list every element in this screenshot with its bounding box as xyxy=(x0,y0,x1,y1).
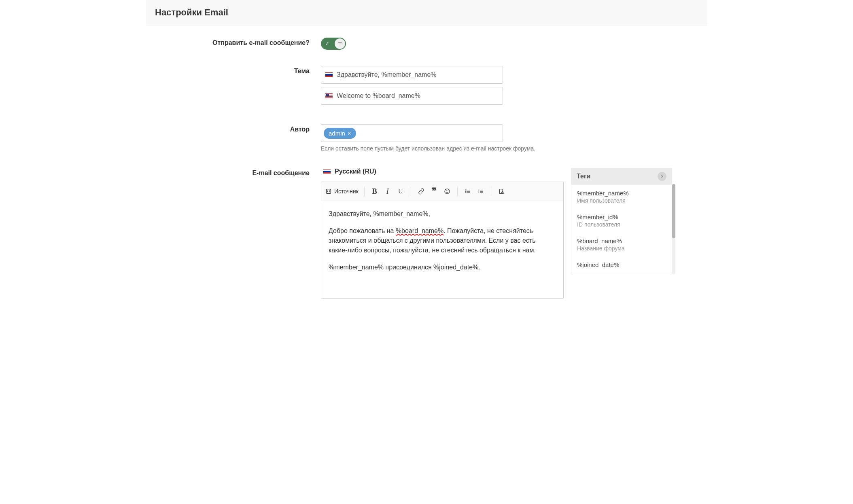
toolbar-link-button[interactable] xyxy=(415,185,427,197)
toolbar-source-label: Источник xyxy=(334,188,359,195)
tags-header[interactable]: Теги xyxy=(571,168,672,185)
toolbar-bold-button[interactable]: B xyxy=(369,185,381,197)
tag-key: %board_name% xyxy=(577,237,666,244)
toolbar-underline-button[interactable]: U xyxy=(395,185,407,197)
chevron-right-icon xyxy=(658,172,666,181)
editor-language-text: Русский (RU) xyxy=(335,168,376,175)
check-icon: ✓ xyxy=(325,40,329,47)
author-chip-text: admin xyxy=(329,130,345,137)
flag-ru-icon xyxy=(323,169,331,174)
toolbar-numbered-list-button[interactable]: 123 xyxy=(475,185,487,197)
section-header: Настройки Email xyxy=(146,0,707,25)
subject-input-en[interactable]: Welcome to %board_name% xyxy=(321,87,503,105)
section-title: Настройки Email xyxy=(155,7,698,18)
toolbar-separator xyxy=(491,186,491,196)
flag-ru-icon xyxy=(325,72,333,77)
label-send-email: Отправить e-mail сообщение? xyxy=(146,38,321,50)
svg-point-2 xyxy=(446,191,446,191)
tags-scrollbar[interactable] xyxy=(672,184,675,274)
editor-joined-para: %member_name% присоединился %joined_date… xyxy=(329,263,556,272)
tags-list: %member_name% Имя пользователя %member_i… xyxy=(571,185,672,274)
toolbar-bullet-list-button[interactable] xyxy=(462,185,474,197)
toolbar-italic-button[interactable]: I xyxy=(382,185,394,197)
toolbar-separator xyxy=(411,186,411,196)
email-settings-page: Настройки Email Отправить e-mail сообщен… xyxy=(142,0,711,315)
svg-rect-16 xyxy=(499,189,503,194)
tag-key: %member_id% xyxy=(577,214,666,220)
tag-item[interactable]: %joined_date% xyxy=(571,256,672,274)
bullet-list-icon xyxy=(465,188,471,195)
row-send-email: Отправить e-mail сообщение? ✓ xyxy=(146,38,707,50)
editor-toolbar: Источник B I U ❞ xyxy=(321,182,563,201)
author-input[interactable]: admin × xyxy=(321,124,503,142)
toolbar-separator xyxy=(364,186,365,196)
svg-point-4 xyxy=(465,190,466,190)
subject-en-value: Welcome to %board_name% xyxy=(337,92,499,100)
tags-header-label: Теги xyxy=(577,173,590,180)
svg-line-18 xyxy=(503,193,504,194)
label-message: E-mail сообщение xyxy=(146,168,321,299)
tag-desc: Имя пользователя xyxy=(577,197,666,204)
toolbar-preview-button[interactable] xyxy=(495,185,507,197)
toolbar-source-button[interactable]: Источник xyxy=(324,185,360,197)
toolbar-separator xyxy=(457,186,458,196)
preview-icon xyxy=(498,188,505,195)
editor-welcome-para: Добро пожаловать на %board_name%. Пожалу… xyxy=(329,226,556,255)
tag-key: %joined_date% xyxy=(577,261,666,268)
toolbar-quote-button[interactable]: ❞ xyxy=(428,185,440,197)
tag-desc: ID пользователя xyxy=(577,221,666,228)
toggle-send-email[interactable]: ✓ xyxy=(321,38,346,50)
row-author: Автор admin × Если оставить поле пустым … xyxy=(146,124,707,152)
subject-ru-value: Здравствуйте, %member_name% xyxy=(337,71,499,78)
editor-greeting: Здравствуйте, %member_name%, xyxy=(329,209,556,219)
svg-text:3: 3 xyxy=(478,192,480,194)
rich-text-editor: Источник B I U ❞ xyxy=(321,182,564,299)
author-chip-remove[interactable]: × xyxy=(348,130,351,137)
tags-panel: Теги %member_name% Имя пользователя %mem… xyxy=(571,168,672,274)
source-icon xyxy=(325,188,332,195)
smile-icon xyxy=(444,188,450,195)
svg-point-6 xyxy=(465,191,466,191)
numbered-list-icon: 123 xyxy=(477,188,484,195)
svg-point-8 xyxy=(465,193,466,193)
svg-point-1 xyxy=(445,189,450,194)
toggle-knob xyxy=(335,38,345,49)
scrollbar-thumb[interactable] xyxy=(672,184,675,238)
author-chip: admin × xyxy=(324,128,356,139)
tag-key: %member_name% xyxy=(577,190,666,197)
toolbar-emoji-button[interactable] xyxy=(441,185,453,197)
link-icon xyxy=(418,188,424,195)
editor-body[interactable]: Здравствуйте, %member_name%, Добро пожал… xyxy=(321,201,563,298)
tag-desc: Название форума xyxy=(577,245,666,252)
label-author: Автор xyxy=(146,124,321,152)
row-message: E-mail сообщение Русский (RU) xyxy=(146,168,707,299)
author-help-text: Если оставить поле пустым будет использо… xyxy=(321,145,547,152)
tag-item[interactable]: %member_id% ID пользователя xyxy=(571,209,672,233)
flag-us-icon xyxy=(325,93,333,98)
editor-language-label: Русский (RU) xyxy=(321,168,564,175)
label-subject: Тема xyxy=(146,66,321,108)
tag-item[interactable]: %member_name% Имя пользователя xyxy=(571,185,672,209)
subject-input-ru[interactable]: Здравствуйте, %member_name% xyxy=(321,66,503,84)
svg-point-3 xyxy=(448,191,448,191)
row-subject: Тема Здравствуйте, %member_name% Welcome… xyxy=(146,66,707,108)
tag-item[interactable]: %board_name% Название форума xyxy=(571,233,672,256)
